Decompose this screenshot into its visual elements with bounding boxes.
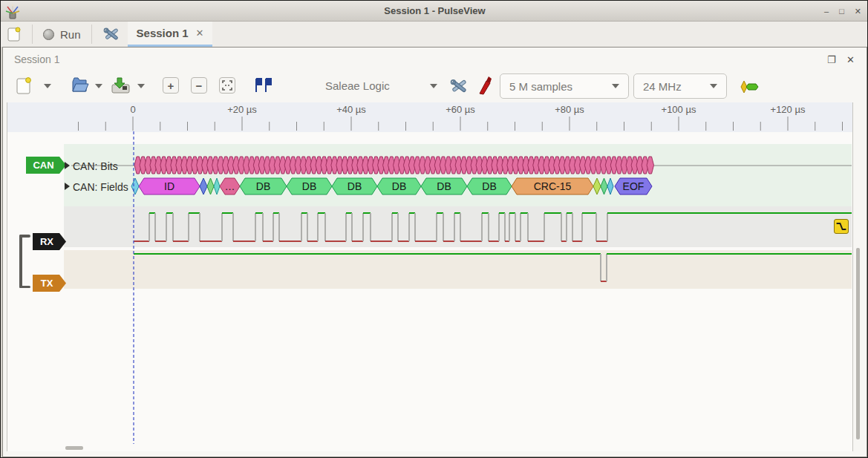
channel-group-bracket <box>19 235 30 238</box>
horizontal-scrollbar-thumb[interactable] <box>65 446 83 450</box>
wrench-icon <box>449 76 469 96</box>
pulseview-window: Session 1 - PulseView – □ ✕ Run <box>0 0 868 458</box>
tools-icon <box>102 25 120 43</box>
rx-channel-tag[interactable]: RX <box>33 233 66 250</box>
device-config-button[interactable] <box>449 76 469 99</box>
new-file-icon <box>16 76 32 95</box>
zoom-fit-icon <box>222 80 232 91</box>
settings-button[interactable] <box>97 22 126 47</box>
channels-button[interactable] <box>475 75 493 99</box>
toolbar-separator <box>91 24 92 44</box>
rx-row-background[interactable] <box>64 206 852 247</box>
sample-count-dropdown-arrow <box>612 84 619 88</box>
subwindow-close-button[interactable]: ✕ <box>846 54 855 65</box>
new-session-button[interactable] <box>1 22 27 47</box>
trigger-flags-icon <box>253 77 273 94</box>
fields-row-expander[interactable] <box>65 183 70 190</box>
new-session-icon <box>7 26 22 42</box>
zoom-out-button[interactable]: − <box>191 77 207 94</box>
add-decoder-button[interactable] <box>740 79 760 97</box>
save-icon <box>111 76 131 94</box>
sample-rate-value: 24 MHz <box>643 80 682 93</box>
sample-rate-dropdown-arrow <box>710 84 717 88</box>
decoder-icon <box>740 79 760 94</box>
subwindow-title: Session 1 <box>14 53 59 65</box>
trigger-marker[interactable] <box>834 219 849 234</box>
sample-count-select[interactable]: 5 M samples <box>500 73 629 99</box>
window-title: Session 1 - PulseView <box>1 5 868 16</box>
zoom-in-icon: + <box>168 79 174 92</box>
can-decoder-tag[interactable]: CAN <box>26 157 66 174</box>
run-button[interactable]: Run <box>37 22 87 47</box>
minimize-button[interactable]: – <box>824 7 829 16</box>
subwindow-restore-button[interactable]: ❐ <box>827 54 836 65</box>
new-file-button[interactable] <box>16 76 32 98</box>
new-file-dropdown-arrow[interactable] <box>44 84 51 88</box>
time-ruler[interactable] <box>7 102 852 132</box>
falling-edge-icon <box>835 220 847 232</box>
titlebar[interactable]: Session 1 - PulseView – □ ✕ <box>1 1 868 22</box>
tab-label: Session 1 <box>137 27 189 39</box>
zoom-out-icon: − <box>196 79 203 92</box>
run-label: Run <box>60 28 81 41</box>
main-toolbar: Run Session 1 ✕ <box>1 22 868 47</box>
device-selector[interactable]: Saleae Logic <box>325 79 390 92</box>
tab-session-1[interactable]: Session 1 ✕ <box>128 22 213 47</box>
channel-group-bracket <box>19 235 22 288</box>
zoom-in-button[interactable]: + <box>163 77 179 94</box>
bits-row-expander[interactable] <box>65 162 70 169</box>
zoom-fit-button[interactable] <box>219 77 235 94</box>
sample-count-value: 5 M samples <box>509 80 572 93</box>
fields-row-label: CAN: Fields <box>73 181 128 193</box>
tx-row-background[interactable] <box>64 250 852 289</box>
trigger-setup-button[interactable] <box>253 77 273 96</box>
maximize-button[interactable]: □ <box>839 7 844 16</box>
decoder-rows-background[interactable] <box>64 144 852 206</box>
probe-icon <box>475 75 493 96</box>
sample-rate-select[interactable]: 24 MHz <box>633 73 727 99</box>
device-dropdown-arrow[interactable] <box>430 84 437 88</box>
run-state-icon <box>43 29 54 40</box>
open-button[interactable] <box>71 76 90 96</box>
save-button[interactable] <box>111 76 131 97</box>
channel-group-bracket <box>19 286 30 289</box>
vertical-scrollbar-thumb[interactable] <box>856 248 860 439</box>
save-dropdown-arrow[interactable] <box>137 84 145 88</box>
close-button[interactable]: ✕ <box>855 7 861 16</box>
open-folder-icon <box>71 76 90 94</box>
open-dropdown-arrow[interactable] <box>95 84 102 88</box>
toolbar-separator <box>32 24 33 44</box>
tx-channel-tag[interactable]: TX <box>33 275 66 292</box>
bits-row-label: CAN: Bits <box>73 160 118 172</box>
tab-close-button[interactable]: ✕ <box>196 27 204 39</box>
